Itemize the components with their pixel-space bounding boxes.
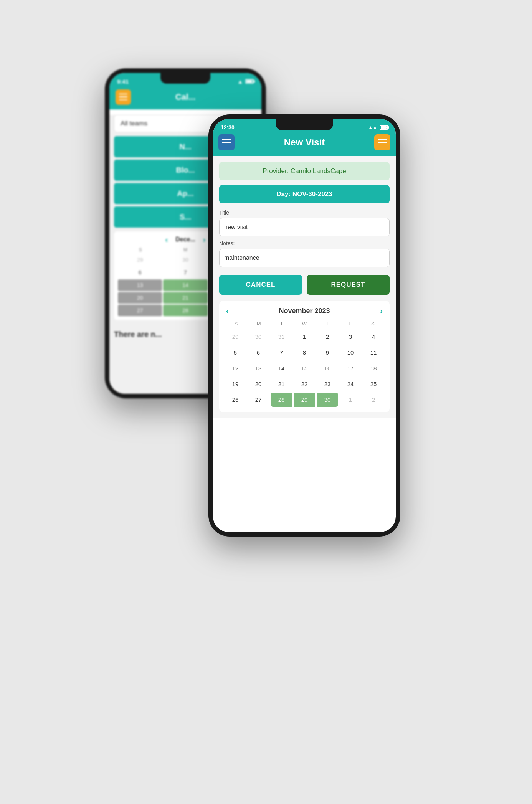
scene: 9:41 ▲ Cal... All teams (93, 38, 439, 767)
cal-cell[interactable]: 28 (163, 305, 207, 316)
status-time-back: 9:41 (117, 78, 129, 85)
month-year-front: November 2023 (279, 307, 330, 315)
title-label: Title (219, 210, 390, 216)
cancel-button[interactable]: CANCEL (219, 275, 302, 295)
hamburger-line (222, 145, 231, 146)
front-phone: 12:30 ▲▲ New Visit (208, 114, 400, 537)
cal-day[interactable]: 25 (363, 377, 384, 391)
day-header-m1: M (247, 321, 270, 327)
cal-day[interactable]: 2 (363, 393, 384, 407)
hamburger-line (222, 139, 231, 140)
day-banner[interactable]: Day: NOV-30-2023 (219, 185, 390, 203)
day-header-w1: W (293, 321, 316, 327)
cal-day[interactable]: 17 (340, 361, 361, 375)
cal-day-selected-end[interactable]: 30 (317, 393, 338, 407)
status-icons-back: ▲ (237, 78, 254, 85)
day-header-t1: T (270, 321, 293, 327)
cal-day[interactable]: 12 (225, 361, 246, 375)
menu-button-front-left[interactable] (218, 134, 235, 150)
cal-day[interactable]: 14 (271, 361, 292, 375)
day-header-s1: S (225, 321, 247, 327)
cal-day[interactable]: 8 (294, 345, 315, 360)
cal-day[interactable]: 11 (363, 345, 384, 360)
front-phone-screen: 12:30 ▲▲ New Visit (213, 119, 396, 532)
day-header-m: M (163, 247, 208, 253)
day-header-f1: F (339, 321, 361, 327)
menu-button-back[interactable] (116, 89, 131, 105)
cal-day[interactable]: 16 (317, 361, 338, 375)
next-month-back[interactable]: › (203, 235, 206, 244)
cal-day[interactable]: 21 (271, 377, 292, 391)
cal-day[interactable]: 29 (225, 330, 246, 344)
cal-day[interactable]: 9 (317, 345, 338, 360)
hamburger-line (222, 142, 231, 143)
header-title-back: Cal... (131, 92, 240, 102)
cal-cell[interactable]: 14 (163, 279, 207, 291)
cal-day-selected-start[interactable]: 28 (271, 393, 292, 407)
cal-day[interactable]: 5 (225, 345, 246, 360)
hamburger-line (119, 99, 127, 101)
cal-cell[interactable]: 7 (163, 267, 207, 278)
day-header-s: S (118, 247, 163, 253)
calendar-grid-front: 29 30 31 1 2 3 4 5 6 7 8 9 10 1 (225, 330, 384, 407)
cal-day[interactable]: 3 (340, 330, 361, 344)
prev-month-front[interactable]: ‹ (226, 306, 229, 316)
cal-day[interactable]: 30 (248, 330, 269, 344)
cal-cell[interactable]: 20 (118, 292, 162, 304)
cal-cell[interactable]: 6 (118, 267, 162, 278)
battery-icon-back (245, 79, 254, 84)
cal-day[interactable]: 1 (294, 330, 315, 344)
cal-day[interactable]: 26 (225, 393, 246, 407)
month-label-back: Dece... (175, 236, 195, 243)
status-icons-front: ▲▲ (368, 125, 388, 130)
cal-day[interactable]: 23 (317, 377, 338, 391)
cal-cell[interactable]: 13 (118, 279, 162, 291)
cal-day[interactable]: 22 (294, 377, 315, 391)
title-input[interactable] (219, 218, 390, 236)
cal-cell[interactable]: 30 (163, 254, 207, 266)
day-header-t2: T (316, 321, 339, 327)
cal-cell[interactable]: 27 (118, 305, 162, 316)
hamburger-line (378, 145, 387, 146)
request-button[interactable]: REQUEST (307, 275, 390, 295)
cal-day[interactable]: 31 (271, 330, 292, 344)
next-month-front[interactable]: › (380, 306, 383, 316)
calendar-front: ‹ November 2023 › S M T W T F S (219, 301, 390, 412)
hamburger-line (119, 94, 127, 95)
cal-day[interactable]: 27 (248, 393, 269, 407)
cal-cell[interactable]: 21 (163, 292, 207, 304)
cal-day[interactable]: 20 (248, 377, 269, 391)
calendar-days-header: S M T W T F S (225, 321, 384, 327)
cal-day[interactable]: 15 (294, 361, 315, 375)
notch-back (160, 73, 210, 84)
notes-input[interactable] (219, 249, 390, 267)
prev-month-back[interactable]: ‹ (165, 235, 168, 244)
wifi-icon: ▲ (237, 78, 243, 85)
header-back: Cal... (109, 86, 261, 109)
form-content: Provider: Camilo LandsCape Day: NOV-30-2… (213, 156, 396, 418)
cal-day[interactable]: 6 (248, 345, 269, 360)
cal-day[interactable]: 24 (340, 377, 361, 391)
battery-icon-front (380, 125, 388, 130)
status-time-front: 12:30 (221, 124, 235, 130)
cal-day-selected-range[interactable]: 29 (294, 393, 315, 407)
cal-day[interactable]: 18 (363, 361, 384, 375)
provider-banner: Provider: Camilo LandsCape (219, 162, 390, 180)
cal-day[interactable]: 13 (248, 361, 269, 375)
wifi-icon-front: ▲▲ (368, 125, 377, 130)
cal-day[interactable]: 10 (340, 345, 361, 360)
notch-front (276, 119, 333, 130)
form-actions: CANCEL REQUEST (219, 275, 390, 295)
cal-day[interactable]: 19 (225, 377, 246, 391)
calendar-nav-front: ‹ November 2023 › (225, 306, 384, 316)
cal-cell[interactable]: 29 (118, 254, 162, 266)
menu-button-front-right[interactable] (374, 134, 390, 150)
hamburger-line (378, 142, 387, 143)
hamburger-line (378, 139, 387, 140)
cal-day[interactable]: 2 (317, 330, 338, 344)
cal-day[interactable]: 4 (363, 330, 384, 344)
cal-day[interactable]: 1 (340, 393, 361, 407)
hamburger-line (119, 96, 127, 97)
notes-label: Notes: (219, 240, 390, 246)
cal-day[interactable]: 7 (271, 345, 292, 360)
